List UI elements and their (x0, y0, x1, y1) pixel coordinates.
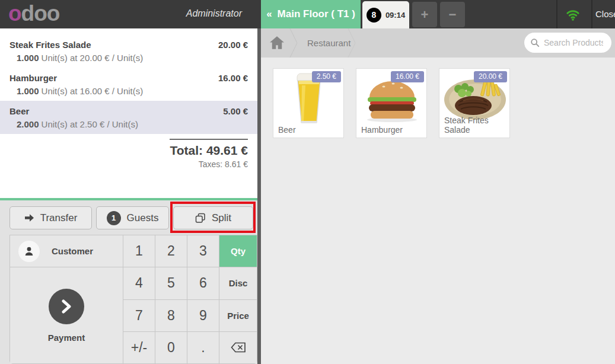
product-name: Hamburger (361, 125, 403, 135)
search-icon (530, 38, 540, 47)
guests-label: Guests (127, 212, 159, 224)
order-count-badge: 8 (367, 8, 381, 23)
order-line-header: Beer 5.00 € (9, 106, 248, 117)
logo-letter-o: o (8, 1, 21, 25)
order-line-name: Steak Frites Salade (9, 39, 91, 51)
split-button[interactable]: Split (173, 206, 253, 229)
odoo-logo: odoo (8, 1, 59, 26)
order-panel: Steak Frites Salade 20.00 € 1.000Unit(s)… (0, 28, 257, 364)
payment-label: Payment (48, 333, 85, 343)
product-card-beer[interactable]: 2.50 € Beer (273, 68, 344, 138)
guests-count-badge: 1 (107, 211, 121, 225)
customer-button[interactable]: Customer (10, 235, 123, 267)
numpad-key-2[interactable]: 2 (155, 235, 187, 267)
numpad-key-7[interactable]: 7 (123, 300, 155, 331)
order-line-unit-detail: Unit(s) at 2.50 € / Unit(s) (42, 119, 138, 129)
mode-price-button[interactable]: Price (219, 300, 257, 331)
control-pad: Transfer 1 Guests Split (0, 200, 257, 364)
numpad-key-plusminus[interactable]: +/- (123, 332, 155, 363)
payment-button[interactable]: Payment (10, 267, 123, 363)
order-line-header: Hamburger 16.00 € (9, 72, 248, 84)
taxes-value: 8.61 € (225, 159, 248, 169)
order-total-block: Total: 49.61 € Taxes: 8.61 € (170, 139, 248, 169)
tab-current-order[interactable]: 8 09:14 (362, 1, 409, 28)
guests-button[interactable]: 1 Guests (96, 206, 169, 229)
top-bar: odoo Administrator « Main Floor ( T1 ) 8… (0, 0, 615, 28)
mode-qty-button[interactable]: Qty (219, 235, 257, 267)
person-icon (18, 241, 40, 262)
search-input[interactable] (544, 38, 603, 47)
new-order-button[interactable]: + (412, 2, 437, 27)
order-line-unit-detail: Unit(s) at 16.00 € / Unit(s) (42, 86, 144, 96)
price-badge: 16.00 € (391, 71, 424, 82)
order-line-detail: 1.000Unit(s) at 16.00 € / Unit(s) (9, 85, 248, 97)
order-line-header: Steak Frites Salade 20.00 € (9, 39, 248, 51)
floor-tab-label: Main Floor ( T1 ) (278, 8, 355, 20)
order-line-list: Steak Frites Salade 20.00 € 1.000Unit(s)… (0, 34, 257, 134)
total-label: Total: (170, 143, 203, 157)
order-line-name: Hamburger (9, 72, 57, 84)
total-divider-line (170, 139, 248, 140)
breadcrumb-chevron-icon (289, 28, 298, 58)
product-name: Beer (278, 125, 296, 135)
copy-pages-icon (195, 213, 206, 223)
delete-order-button[interactable]: − (440, 2, 465, 27)
order-line-qty: 1.000 (17, 53, 39, 63)
order-line-hamburger[interactable]: Hamburger 16.00 € 1.000Unit(s) at 16.00 … (0, 68, 257, 101)
chevron-right-icon (49, 289, 84, 324)
order-line-name: Beer (9, 106, 29, 117)
wifi-status-icon (565, 7, 581, 24)
product-card-hamburger[interactable]: 16.00 € Hamburger (356, 68, 427, 138)
order-time-label: 09:14 (385, 11, 405, 20)
price-badge: 2.50 € (312, 71, 341, 82)
product-name: Steak Frites Salade (444, 116, 509, 135)
numpad-key-dot[interactable]: . (187, 332, 219, 363)
product-card-steak[interactable]: 20.00 € Steak Frites S (439, 68, 510, 138)
home-category-button[interactable] (269, 36, 285, 52)
numpad-key-8[interactable]: 8 (155, 300, 187, 331)
breadcrumb-category-restaurant[interactable]: Restaurant (307, 38, 350, 48)
order-line-price: 5.00 € (223, 106, 248, 117)
numpad-backspace-button[interactable] (219, 332, 257, 363)
numpad: Customer 1 2 3 Qty Payment 4 5 6 Disc 7 (9, 235, 257, 364)
order-line-qty: 2.000 (17, 119, 39, 129)
right-arrow-icon (24, 213, 34, 222)
current-user-label: Administrator (186, 8, 242, 19)
total-value: 49.61 € (206, 143, 248, 157)
logo-letters-doo: doo (21, 1, 60, 25)
numpad-key-5[interactable]: 5 (155, 267, 187, 299)
numpad-key-0[interactable]: 0 (155, 332, 187, 363)
transfer-label: Transfer (40, 212, 78, 224)
numpad-key-4[interactable]: 4 (123, 267, 155, 299)
order-line-qty: 1.000 (17, 86, 39, 96)
order-total: Total: 49.61 € (170, 143, 248, 158)
topbar-separator (556, 0, 557, 28)
order-line-steak[interactable]: Steak Frites Salade 20.00 € 1.000Unit(s)… (0, 34, 257, 68)
search-box (524, 33, 611, 53)
products-panel: Restaurant 2.50 € Beer (261, 28, 615, 364)
numpad-key-3[interactable]: 3 (187, 235, 219, 267)
price-badge: 20.00 € (474, 71, 507, 82)
transfer-button[interactable]: Transfer (9, 206, 92, 229)
close-button[interactable]: Close (595, 9, 615, 19)
order-line-price: 20.00 € (218, 39, 248, 51)
back-chevrons-icon: « (266, 8, 272, 20)
topbar-separator (591, 0, 592, 28)
numpad-key-6[interactable]: 6 (187, 267, 219, 299)
taxes-label: Taxes: (199, 159, 222, 169)
order-line-beer-selected[interactable]: Beer 5.00 € 2.000Unit(s) at 2.50 € / Uni… (0, 101, 257, 134)
split-label: Split (212, 212, 231, 224)
numpad-key-1[interactable]: 1 (123, 235, 155, 267)
breadcrumb-chevron-icon (348, 28, 356, 58)
numpad-key-9[interactable]: 9 (187, 300, 219, 331)
product-grid: 2.50 € Beer 16.00 € (261, 58, 615, 364)
backspace-icon (231, 342, 246, 353)
order-line-detail: 2.000Unit(s) at 2.50 € / Unit(s) (9, 119, 248, 130)
mode-disc-button[interactable]: Disc (219, 267, 257, 299)
breadcrumb: Restaurant (261, 28, 615, 58)
customer-label: Customer (52, 246, 93, 256)
order-line-unit-detail: Unit(s) at 20.00 € / Unit(s) (42, 53, 144, 63)
home-icon (269, 36, 285, 50)
order-line-price: 16.00 € (218, 72, 248, 84)
tab-main-floor[interactable]: « Main Floor ( T1 ) (261, 0, 361, 28)
